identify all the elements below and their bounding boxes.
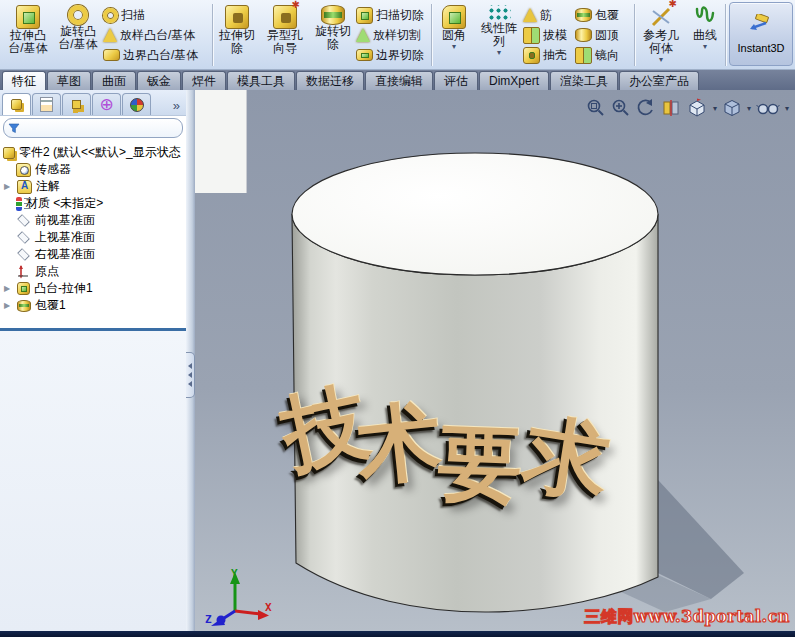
panel-tab-bar: ⊕ » bbox=[0, 90, 186, 116]
extruded-cut-button[interactable]: 拉伸切 除 bbox=[214, 2, 260, 55]
collapse-arrow-icon bbox=[188, 363, 192, 369]
extruded-cut-icon bbox=[225, 5, 249, 29]
boundary-cut-icon bbox=[356, 49, 373, 61]
dome-button[interactable]: 圆顶 bbox=[575, 25, 633, 45]
fillet-icon bbox=[442, 5, 466, 29]
hole-wizard-button[interactable]: 异型孔 向导 bbox=[260, 2, 310, 55]
extruded-cut-label-2: 除 bbox=[231, 41, 243, 55]
linear-pattern-dropdown-arrow-icon[interactable]: ▾ bbox=[497, 49, 501, 56]
panel-splitter[interactable] bbox=[186, 90, 195, 631]
tree-item-top-plane[interactable]: 上视基准面 bbox=[2, 229, 186, 246]
sweep-button[interactable]: 扫描 bbox=[103, 5, 211, 25]
annotations-folder-icon bbox=[17, 180, 32, 194]
tab-dimxpert[interactable]: DimXpert bbox=[479, 71, 549, 90]
tab-surfaces[interactable]: 曲面 bbox=[92, 71, 136, 90]
tab-weldments[interactable]: 焊件 bbox=[182, 71, 226, 90]
reference-geometry-button[interactable]: 参考几 何体 ▾ bbox=[636, 2, 686, 63]
boundary-cut-label: 边界切除 bbox=[376, 47, 424, 64]
displaymanager-icon bbox=[130, 98, 144, 112]
sensors-label: 传感器 bbox=[35, 161, 71, 178]
fillet-button[interactable]: 圆角 ▾ bbox=[433, 2, 475, 50]
wrap-char-2[interactable]: 术 bbox=[353, 397, 445, 489]
extrude-boss-button[interactable]: 拉伸凸 台/基体 bbox=[3, 2, 53, 55]
tab-featuremanager-tree[interactable] bbox=[2, 93, 31, 115]
expand-arrow-icon[interactable]: ▶ bbox=[4, 284, 13, 293]
fillet-label: 圆角 bbox=[442, 29, 466, 42]
curves-button[interactable]: 曲线 ▾ bbox=[686, 2, 724, 50]
swept-cut-label: 扫描切除 bbox=[376, 7, 424, 24]
tree-filter-input[interactable] bbox=[3, 118, 183, 138]
tab-propertymanager[interactable] bbox=[32, 93, 61, 115]
material-icon bbox=[16, 197, 22, 211]
tree-item-front-plane[interactable]: 前视基准面 bbox=[2, 212, 186, 229]
dome-label: 圆顶 bbox=[595, 27, 619, 44]
lofted-cut-button[interactable]: 放样切割 bbox=[356, 25, 430, 45]
plane-icon bbox=[17, 248, 30, 261]
boundary-boss-label: 边界凸台/基体 bbox=[123, 47, 198, 64]
boss-stack-group: 扫描 放样凸台/基体 边界凸台/基体 bbox=[103, 2, 211, 68]
collapse-arrow-icon bbox=[188, 372, 192, 378]
viewport-3d[interactable]: ▾ ▾ ▾ bbox=[195, 90, 795, 631]
boundary-cut-button[interactable]: 边界切除 bbox=[356, 45, 430, 65]
expand-arrow-icon[interactable]: ▶ bbox=[4, 301, 13, 310]
tab-office-products[interactable]: 办公室产品 bbox=[619, 71, 699, 90]
tree-item-part-root[interactable]: 零件2 (默认<<默认>_显示状态 bbox=[2, 144, 186, 161]
tree-item-sensors[interactable]: 传感器 bbox=[2, 161, 186, 178]
curves-dropdown-arrow-icon[interactable]: ▾ bbox=[703, 43, 707, 50]
tab-direct-editing[interactable]: 直接编辑 bbox=[365, 71, 433, 90]
reference-geometry-dropdown-arrow-icon[interactable]: ▾ bbox=[659, 56, 663, 63]
reference-geometry-label-1: 参考几 bbox=[643, 28, 679, 42]
wrap-char-3[interactable]: 要 bbox=[437, 421, 524, 508]
revolve-boss-button[interactable]: 旋转凸 台/基体 bbox=[53, 2, 103, 51]
revolved-cut-button[interactable]: 旋转切 除 bbox=[310, 2, 356, 51]
origin-label: 原点 bbox=[35, 263, 59, 280]
tab-configurationmanager[interactable] bbox=[62, 93, 91, 115]
tree-item-wrap1[interactable]: ▶ 包覆1 bbox=[2, 297, 186, 314]
panel-empty-area bbox=[0, 331, 186, 631]
tab-dimxpertmanager[interactable]: ⊕ bbox=[92, 93, 121, 115]
extruded-cut-label-1: 拉伸切 bbox=[219, 28, 255, 42]
top-plane-label: 上视基准面 bbox=[35, 229, 95, 246]
tree-item-right-plane[interactable]: 右视基准面 bbox=[2, 246, 186, 263]
part-icon bbox=[3, 147, 15, 159]
shell-button[interactable]: 抽壳 bbox=[523, 45, 575, 65]
tree-item-annotations[interactable]: ▶ 注解 bbox=[2, 178, 186, 195]
mirror-icon bbox=[575, 47, 592, 64]
wrap-feature-icon bbox=[17, 300, 31, 312]
wrap-dome-mirror-stack: 包覆 圆顶 镜向 bbox=[575, 2, 633, 68]
lofted-boss-button[interactable]: 放样凸台/基体 bbox=[103, 25, 211, 45]
tree-item-boss-extrude1[interactable]: ▶ 凸台-拉伸1 bbox=[2, 280, 186, 297]
cylinder-top-face[interactable] bbox=[292, 153, 658, 275]
reference-geometry-label-2: 何体 bbox=[649, 41, 673, 55]
revolved-cut-label-2: 除 bbox=[327, 37, 339, 51]
tab-render-tools[interactable]: 渲染工具 bbox=[550, 71, 618, 90]
tab-features[interactable]: 特征 bbox=[2, 71, 46, 90]
tab-mold-tools[interactable]: 模具工具 bbox=[227, 71, 295, 90]
draft-button[interactable]: 拔模 bbox=[523, 25, 575, 45]
swept-cut-button[interactable]: 扫描切除 bbox=[356, 5, 430, 25]
linear-pattern-button[interactable]: 线性阵 列 ▾ bbox=[475, 2, 523, 56]
tab-sheet-metal[interactable]: 钣金 bbox=[137, 71, 181, 90]
panel-collapse-handle[interactable] bbox=[186, 352, 195, 398]
rib-button[interactable]: 筋 bbox=[523, 5, 575, 25]
tab-displaymanager[interactable] bbox=[122, 93, 151, 115]
wrap-button[interactable]: 包覆 bbox=[575, 5, 633, 25]
panel-overflow-chevron-icon[interactable]: » bbox=[173, 98, 184, 115]
dimxpertmanager-icon: ⊕ bbox=[99, 97, 113, 113]
expand-arrow-icon[interactable]: ▶ bbox=[4, 182, 13, 191]
tree-item-origin[interactable]: 原点 bbox=[2, 263, 186, 280]
fillet-dropdown-arrow-icon[interactable]: ▾ bbox=[452, 43, 456, 50]
extrude-boss-label-2: 台/基体 bbox=[8, 41, 47, 55]
boundary-boss-button[interactable]: 边界凸台/基体 bbox=[103, 45, 211, 65]
tab-sketch[interactable]: 草图 bbox=[47, 71, 91, 90]
main-area: ⊕ » 零件2 (默认<<默认>_显示状态 传感器 bbox=[0, 90, 795, 631]
tab-evaluate[interactable]: 评估 bbox=[434, 71, 478, 90]
cut-stack-group: 扫描切除 放样切割 边界切除 bbox=[356, 2, 430, 68]
shell-icon bbox=[523, 47, 540, 64]
mirror-button[interactable]: 镜向 bbox=[575, 45, 633, 65]
instant3d-toggle-button[interactable]: Instant3D bbox=[729, 2, 793, 66]
tree-item-material[interactable]: 材质 <未指定> bbox=[2, 195, 186, 212]
3d-scene-canvas[interactable] bbox=[195, 90, 795, 631]
tab-data-migration[interactable]: 数据迁移 bbox=[296, 71, 364, 90]
wrap-char-4[interactable]: 求 bbox=[519, 410, 615, 506]
